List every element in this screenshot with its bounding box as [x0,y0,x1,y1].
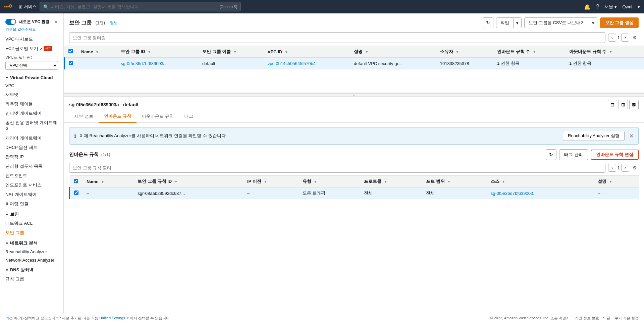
sidebar-item-internet-gateway[interactable]: 인터넷 게이트웨이 [0,109,63,118]
privacy-link[interactable]: 개인 정보 보호 [575,316,599,321]
sidebar-item-network-acl[interactable]: 네트워크 ACL [0,219,63,228]
sidebar-category-dns-firewall[interactable]: ▼ DNS 방화벽 [0,264,63,274]
work-button[interactable]: 작업 [496,18,514,28]
notification-bell-icon[interactable]: 🔔 [584,4,591,10]
panel-info-link[interactable]: 정보 [110,20,118,26]
inbound-refresh-button[interactable]: ↻ [546,149,556,160]
terms-link[interactable]: 약관 [603,316,610,321]
col-vpc-id[interactable]: VPC ID ▼ [264,46,350,58]
export-button[interactable]: 보안 그룹을 CSV로 내보내기 [525,18,589,28]
unified-settings-link[interactable]: Unified Settings ↗ [99,316,130,320]
inbound-col-protocol[interactable]: 프로토콜 ▼ [360,176,422,187]
vpc-id-link[interactable]: vpc-0b14c505645f570b4 [268,61,316,66]
sidebar-opinion-link[interactable]: 의견을 알려주세요 [0,27,63,35]
detail-tabs: 세부 정보 인바운드 규칙 아웃바운드 규칙 태그 [64,111,644,123]
inbound-search-input[interactable] [69,163,605,173]
col-description[interactable]: 설명 ▼ [350,46,436,58]
sidebar-item-peering[interactable]: 피어링 연결 [0,199,63,209]
new-vpc-toggle[interactable] [5,19,16,25]
select-all-header[interactable] [64,46,77,58]
global-search-bar[interactable]: 🔍 [Option+S] [40,2,241,11]
col-sg-name[interactable]: 보안 그룹 이름 ▼ [198,46,264,58]
inbound-col-port[interactable]: 포트 범위 ▼ [422,176,486,187]
inbound-prev-page-button[interactable]: ‹ [608,164,616,172]
next-page-button[interactable]: › [621,34,629,42]
sidebar-item-vpc[interactable]: VPC [0,82,63,90]
sidebar-item-subnet[interactable]: 서브넷 [0,90,63,99]
info-banner-close-icon[interactable]: ✕ [629,133,634,139]
security-group-search-input[interactable] [69,32,605,43]
services-menu-btn[interactable]: ⊞ 서비스 [19,4,37,10]
sidebar-item-rules[interactable]: 규칙 그룹 [0,274,63,284]
sidebar-category-network-analysis[interactable]: ▼ 네트워크 분석 [0,237,63,248]
tab-tags[interactable]: 태그 [179,111,199,123]
vpc-filter-select[interactable]: VPC 선택 [5,61,58,70]
table-row[interactable]: – sg-0f5e36d7bf639003a default vpc-0b14c… [64,58,644,69]
inbound-col-source[interactable]: 소스 ▼ [487,176,594,187]
row-checkbox-cell[interactable] [64,58,77,69]
tab-outbound-rules[interactable]: 아웃바운드 규칙 [137,111,179,123]
region-selector[interactable]: 서울 ▾ [604,4,617,10]
prev-page-button[interactable]: ‹ [608,34,616,42]
sidebar-item-nat-gateway[interactable]: NAT 게이트웨이 [0,190,63,199]
account-menu[interactable]: Owni [622,4,632,9]
inbound-col-rule-id[interactable]: 보안 그룹 규칙 ID ▼ [133,176,243,187]
inbound-col-type[interactable]: 유형 ▼ [299,176,360,187]
inbound-table-row[interactable]: – sgr-08aab28592dc687... – 모든 트래픽 전체 전체 … [70,187,639,199]
col-outbound[interactable]: 아웃바운드 규칙 수 ▼ [565,46,644,58]
opinion-link[interactable]: 의견 [5,316,13,320]
sidebar-item-network-access[interactable]: Network Access Analyzer [0,256,63,264]
col-inbound[interactable]: 인바운드 규칙 수 ▼ [493,46,565,58]
inbound-row-checkbox[interactable] [74,191,78,195]
inbound-row-checkbox-cell[interactable] [70,187,83,199]
table-pagination: ‹ 1 › ⚙ [608,34,639,42]
sidebar-item-security-groups[interactable]: 보안 그룹 [0,228,63,237]
global-search-input[interactable] [51,4,217,9]
inbound-next-page-button[interactable]: › [621,164,629,172]
export-button-arrow[interactable]: ▾ [589,18,597,28]
table-settings-icon[interactable]: ⚙ [631,34,639,42]
view-normal-button[interactable]: ⊟ [608,100,617,109]
reachability-analyzer-button[interactable]: Reachability Analyzer 실행 [563,131,625,141]
sidebar-item-egress-gateway[interactable]: 송신 전용 인터넷 게이트웨이 [0,118,63,133]
create-security-group-button[interactable]: 보안 그룹 생성 [600,17,639,28]
inbound-col-ip-version[interactable]: IP 버전 ▼ [243,176,299,187]
refresh-button[interactable]: ↻ [483,17,493,28]
close-sidebar-icon[interactable]: ✕ [54,19,58,24]
sidebar-item-endpoint[interactable]: 엔드포인트 [0,171,63,180]
inbound-col-description[interactable]: 설명 ▼ [594,176,639,187]
help-icon[interactable]: ? [596,4,599,10]
sidebar-item-managed-prefix[interactable]: 관리형 접두사 목록 [0,162,63,171]
tab-detail-info[interactable]: 세부 정보 [69,111,99,123]
sidebar-item-carrier-gateway[interactable]: 캐리어 게이트웨이 [0,133,63,143]
inbound-select-all-checkbox[interactable] [74,179,78,183]
cookie-settings-link[interactable]: 쿠키 기본 설정 [614,316,639,321]
sidebar-item-route-table[interactable]: 라우팅 테이블 [0,99,63,109]
work-button-arrow[interactable]: ▾ [514,18,521,28]
sidebar-item-vpc-dashboard[interactable]: VPC 대시보드 [0,35,63,44]
tag-manage-button[interactable]: 태그 관리 [559,149,588,160]
sidebar-item-endpoint-service[interactable]: 엔드포인트 서비스 [0,180,63,190]
inbound-col-name[interactable]: Name ▼ [83,176,133,187]
tab-inbound-rules[interactable]: 인바운드 규칙 [99,111,137,123]
resize-handle[interactable]: ≡ [64,94,644,97]
view-expand-button[interactable]: ⊠ [629,100,639,109]
edit-inbound-rules-button[interactable]: 인바운드 규칙 편집 [591,150,639,160]
row-checkbox[interactable] [69,61,73,65]
sidebar-item-ec2-global[interactable]: EC2 글로벌 보기 ↗ 신규 [0,44,63,53]
view-split-button[interactable]: ⊞ [619,100,628,109]
sidebar-item-reachability[interactable]: Reachability Analyzer [0,248,63,256]
sidebar-item-dhcp[interactable]: DHCP 옵션 세트 [0,143,63,152]
sidebar-category-vpc[interactable]: ▼ Virtual Private Cloud [0,72,63,82]
inbound-table-container: Name ▼ 보안 그룹 규칙 ID ▼ IP 버전 ▼ 유형 ▼ 프로토콜 ▼… [69,175,639,199]
sg-id-link[interactable]: sg-0f5e36d7bf639003a [121,61,166,66]
inbound-table-settings-icon[interactable]: ⚙ [631,164,639,172]
col-name[interactable]: Name ▼ [77,46,117,58]
inbound-select-all-header[interactable] [70,176,83,187]
col-owner[interactable]: 소유자 ▼ [436,46,493,58]
sidebar-item-elastic-ip[interactable]: 탄력적 IP [0,152,63,162]
select-all-checkbox[interactable] [68,49,73,53]
col-sg-id[interactable]: 보안 그룹 ID ▼ [117,46,198,58]
source-link[interactable]: sg-0f5e36d7bf639003... [491,191,537,196]
sidebar-category-security[interactable]: ▼ 보안 [0,209,63,219]
